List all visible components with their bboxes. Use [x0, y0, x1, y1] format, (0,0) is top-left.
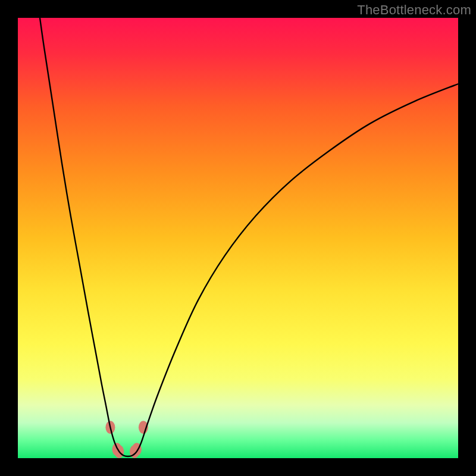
bottleneck-chart [18, 18, 458, 458]
watermark-text: TheBottleneck.com [357, 2, 471, 18]
chart-frame [18, 18, 458, 458]
